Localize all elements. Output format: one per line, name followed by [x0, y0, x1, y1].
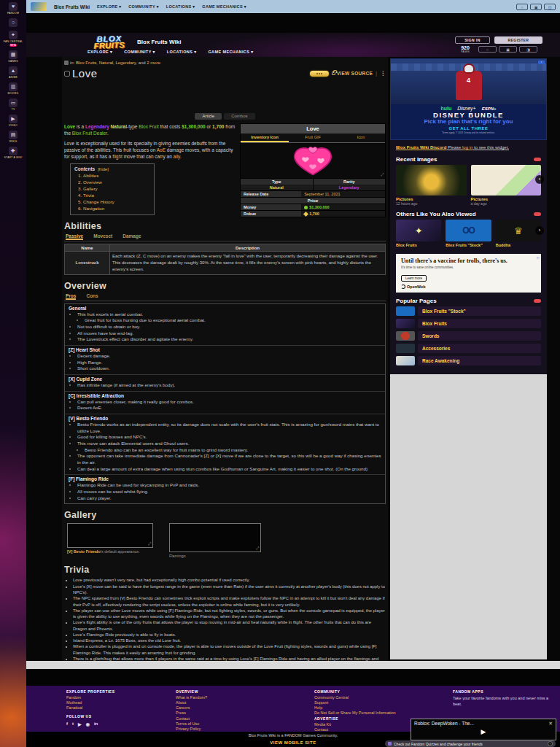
rail-item[interactable]: ▭ TV	[0, 96, 26, 112]
also-viewed-card[interactable]: OO Blox Fruits "Stock"	[446, 220, 491, 248]
breadcrumb-link[interactable]: Blox Fruits	[76, 61, 96, 65]
release-date-value[interactable]: September 11, 2021	[301, 191, 385, 197]
contents-item[interactable]: Abilities	[83, 173, 150, 179]
nav-community[interactable]: COMMUNITY ▾	[124, 50, 155, 54]
sign-in-button[interactable]: SIGN IN	[455, 36, 490, 44]
infobox-tab-icon[interactable]: Icon	[337, 133, 385, 142]
fandom-quizzes-pill[interactable]: Check out Fandom Quizzes and challenge y…	[385, 740, 556, 747]
tab-damage[interactable]: Damage	[122, 233, 141, 240]
topbar-menu-locations[interactable]: LOCATIONS ▾	[166, 4, 195, 9]
tab-passive[interactable]: Passive	[66, 233, 83, 240]
rail-item[interactable]: ▶ VIDEO	[0, 112, 26, 128]
rarity-value[interactable]: Legendary	[314, 185, 386, 190]
disney-bundle-ad[interactable]: 4 i hulu Disney+ ESPN+ DISNEY BUNDLE Pic…	[390, 58, 547, 140]
discord-link[interactable]: log in	[462, 145, 472, 150]
blox-fruits-logo[interactable]: BLOX FRUITS	[88, 34, 132, 50]
rail-item[interactable]: ▤ WIKIS	[0, 128, 26, 144]
breadcrumb[interactable]: in: Blox Fruits, Natural, Legendary, and…	[64, 60, 386, 66]
nav-locations[interactable]: LOCATIONS ▾	[167, 50, 197, 54]
openweb-ad[interactable]: ▷ Until there's a vaccine for trolls, th…	[396, 254, 541, 293]
recent-image-card[interactable]: › Pictures a day ago	[471, 165, 542, 206]
next-chevron-icon[interactable]: ›	[535, 175, 544, 184]
search-icon[interactable]: ○	[516, 4, 528, 10]
wiki-mini-logo[interactable]	[31, 2, 47, 11]
recent-image-card[interactable]: Pictures 12 hours ago	[396, 165, 467, 206]
gold-badge-icon[interactable]	[310, 71, 329, 77]
expand-icon[interactable]: ⤢	[148, 541, 151, 546]
footer-link[interactable]: Fanatical	[66, 705, 176, 711]
contents-item[interactable]: Gallery	[83, 186, 150, 193]
recent-image-thumb[interactable]	[396, 165, 467, 196]
social-icon[interactable]: f	[66, 721, 68, 727]
contents-item[interactable]: Trivia	[83, 193, 150, 199]
wiki-title[interactable]: Blox Fruits Wiki	[137, 39, 181, 45]
search-icon[interactable]: ○	[478, 46, 497, 53]
apps-icon[interactable]: ▣	[530, 4, 542, 10]
also-viewed-card[interactable]: ♛› Buddha	[496, 220, 541, 248]
contents-item[interactable]: Navigation	[83, 206, 150, 212]
popular-page-item[interactable]: Race Awakening	[396, 356, 541, 365]
contents-hide-link[interactable]: [hide]	[98, 167, 109, 171]
view-source-button[interactable]: VIEW SOURCE	[332, 71, 373, 76]
footer-link[interactable]: Press	[176, 711, 314, 716]
footer-link[interactable]: Privacy Policy	[176, 727, 314, 732]
profile-icon[interactable]: ◫	[544, 4, 556, 10]
footer-link[interactable]: Terms of Use	[176, 721, 314, 727]
popular-page-item[interactable]: Blox Fruits	[396, 319, 541, 328]
footer-link[interactable]: Support	[314, 700, 424, 705]
close-icon[interactable]: ✕	[548, 721, 553, 727]
footer-link[interactable]: Do Not Sell or Share My Personal Informa…	[314, 711, 424, 716]
discord-link[interactable]: Blox Fruits Wiki Discord	[396, 145, 446, 150]
tab-combos[interactable]: Combos	[224, 113, 254, 120]
contents-item[interactable]: Overview	[83, 179, 150, 186]
ad-cta[interactable]: GET ALL THREE	[391, 126, 546, 131]
fruit-image[interactable]: ⤢	[241, 143, 385, 178]
video-player-overlay[interactable]: Roblox: DeepWoken - The... ✕ ▶	[411, 719, 556, 740]
type-value[interactable]: Natural	[241, 185, 313, 190]
tab-pros[interactable]: Pros	[66, 293, 76, 300]
rail-item[interactable]: ○	[0, 16, 26, 28]
topbar-menu-community[interactable]: COMMUNITY ▾	[128, 4, 158, 9]
footer-link[interactable]: Fandom	[66, 695, 176, 700]
footer-link[interactable]: About	[176, 700, 314, 705]
map-icon[interactable]: ◨	[519, 46, 537, 53]
footer-link[interactable]: Muthead	[66, 700, 176, 705]
more-options-icon[interactable]: ⋮	[380, 70, 386, 77]
footer-link[interactable]: Careers	[176, 705, 314, 711]
topbar-wiki-name[interactable]: Blox Fruits Wiki	[54, 4, 90, 9]
social-icon[interactable]: ▶	[78, 721, 82, 727]
register-button[interactable]: REGISTER	[494, 36, 542, 44]
footer-link[interactable]: What is Fandom?	[176, 695, 314, 700]
quiz-chevron-icon[interactable]: ›	[548, 741, 553, 746]
gallery-image[interactable]: ⤢	[169, 523, 261, 552]
popular-page-item[interactable]: Blox Fruits "Stock"	[396, 306, 541, 316]
footer-link[interactable]: Community Central	[314, 695, 424, 700]
rail-item[interactable]: ✦ FAN CENTRAL BETA	[0, 28, 26, 48]
popular-page-item[interactable]: Swords	[396, 331, 541, 341]
expand-icon[interactable]: ⤢	[381, 172, 384, 177]
rail-item[interactable]: ▥ MOVIES	[0, 80, 26, 96]
breadcrumb-link[interactable]: , and	[136, 61, 147, 65]
rail-item[interactable]: ✚ START A WIKI	[0, 144, 26, 160]
expand-icon[interactable]: ⤢	[256, 546, 259, 551]
breadcrumb-link[interactable]: Legendary	[115, 61, 136, 65]
learn-more-button[interactable]: Learn more	[401, 275, 427, 282]
gallery-image[interactable]: ⤢	[67, 523, 153, 548]
nav-explore[interactable]: EXPLORE ▾	[88, 50, 112, 54]
tab-cons[interactable]: Cons	[86, 293, 98, 300]
adchoices-icon[interactable]: ▷	[537, 255, 540, 260]
also-viewed-thumb[interactable]: ♛›	[496, 220, 541, 241]
rail-item[interactable]: ▦ GAMES	[0, 48, 26, 64]
breadcrumb-link[interactable]: 2 more	[147, 61, 160, 65]
breadcrumb-link[interactable]: Natural	[99, 61, 113, 65]
tab-moveset[interactable]: Moveset	[93, 233, 112, 240]
infobox-tab-fruit-gif[interactable]: Fruit GIF	[289, 133, 337, 142]
social-icon[interactable]: ◉	[86, 721, 90, 727]
rail-item[interactable]: ♥ FANDOM	[0, 0, 26, 16]
tab-article[interactable]: Article	[195, 113, 222, 120]
also-viewed-thumb[interactable]: OO	[446, 220, 491, 241]
discord-link[interactable]: to see this widget.	[472, 145, 509, 150]
rail-item[interactable]: ▲ ANIME	[0, 64, 26, 80]
discord-link[interactable]: Please	[446, 145, 462, 150]
also-viewed-card[interactable]: ✦ Blox Fruits	[396, 220, 441, 248]
